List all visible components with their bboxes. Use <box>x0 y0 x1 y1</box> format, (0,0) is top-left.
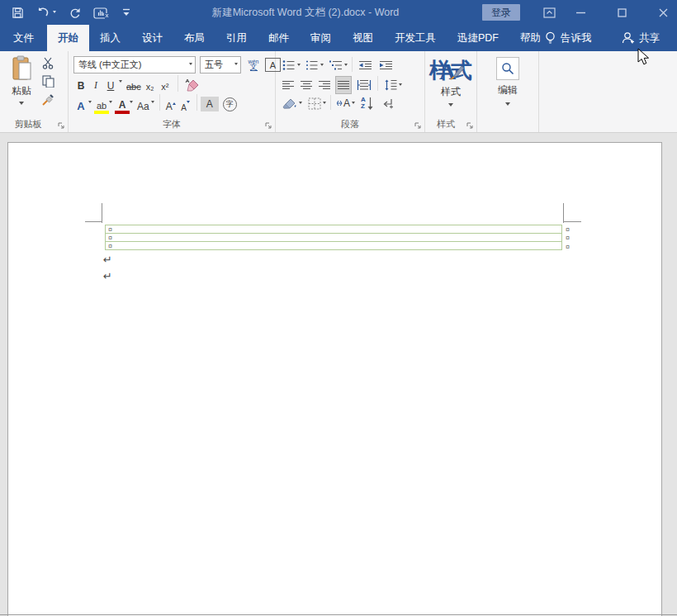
shading-button[interactable] <box>281 95 299 111</box>
font-name-dropdown-icon[interactable] <box>189 63 192 67</box>
tab-layout[interactable]: 布局 <box>173 25 215 51</box>
document-page[interactable] <box>7 142 662 616</box>
italic-button[interactable]: I <box>88 75 103 92</box>
table-row[interactable]: ¤ <box>106 234 561 242</box>
character-shading-button[interactable]: A <box>201 97 219 111</box>
styles-icon: A <box>437 58 465 84</box>
text-effects-dropdown-icon[interactable] <box>88 101 92 105</box>
tab-home[interactable]: 开始 <box>47 25 89 51</box>
share-person-icon <box>622 31 636 45</box>
underline-button[interactable]: U <box>103 75 118 92</box>
group-editing: 编辑 <box>477 51 539 132</box>
multilevel-dropdown-icon[interactable] <box>344 64 348 68</box>
phonetic-guide-button[interactable]: wén 文 <box>246 57 261 73</box>
group-font: 等线 (中文正文) 五号 wén 文 A B I U abc <box>69 51 276 132</box>
clear-formatting-button[interactable] <box>183 75 201 92</box>
tab-pdf[interactable]: 迅捷PDF <box>447 25 509 51</box>
tab-insert[interactable]: 插入 <box>89 25 131 51</box>
asian-layout-dropdown-icon[interactable] <box>352 102 355 106</box>
document-table[interactable]: ¤ ¤ ¤ <box>105 225 562 250</box>
tab-view[interactable]: 视图 <box>342 25 384 51</box>
shrink-font-button[interactable]: A <box>178 96 193 112</box>
sort-button[interactable]: A Z <box>359 95 375 111</box>
asian-layout-button[interactable]: A <box>335 95 352 111</box>
borders-dropdown-icon[interactable] <box>323 102 326 106</box>
end-of-row-marker: ¤ <box>566 235 570 242</box>
editing-dropdown-icon[interactable] <box>505 102 510 108</box>
align-left-button[interactable] <box>281 77 296 93</box>
tab-file[interactable]: 文件 <box>0 25 47 51</box>
align-center-button[interactable] <box>299 77 314 93</box>
align-right-button[interactable] <box>317 77 332 93</box>
table-row[interactable]: ¤ <box>106 225 561 234</box>
tab-developer[interactable]: 开发工具 <box>384 25 447 51</box>
paste-label: 粘贴 <box>12 84 31 98</box>
crop-mark-right-horizontal <box>564 221 581 222</box>
save-icon[interactable] <box>12 3 24 21</box>
paragraph-dialog-launcher-icon[interactable] <box>413 121 422 130</box>
bullets-button[interactable] <box>281 57 297 73</box>
paste-dropdown-icon[interactable] <box>19 102 24 107</box>
underline-dropdown-icon[interactable] <box>119 80 122 84</box>
show-hide-marks-button[interactable] <box>381 95 395 111</box>
enclose-characters-button[interactable]: 字 <box>223 97 237 111</box>
increase-indent-button[interactable] <box>377 57 395 73</box>
tell-me-button[interactable]: 告诉我 <box>545 25 592 51</box>
line-spacing-dropdown-icon[interactable] <box>399 83 402 88</box>
font-dialog-launcher-icon[interactable] <box>263 121 272 130</box>
touch-mouse-mode-icon[interactable] <box>93 3 110 21</box>
close-button[interactable] <box>652 0 674 25</box>
format-painter-icon[interactable] <box>41 93 54 107</box>
borders-button[interactable] <box>306 95 323 111</box>
ribbon-display-options-icon[interactable] <box>538 0 560 25</box>
tab-mailings[interactable]: 邮件 <box>258 25 300 51</box>
signin-button[interactable]: 登录 <box>482 4 520 21</box>
undo-button[interactable] <box>36 3 56 21</box>
cut-icon[interactable] <box>41 57 54 69</box>
bold-button[interactable]: B <box>73 75 88 92</box>
crop-mark-left-horizontal <box>85 221 102 222</box>
text-effects-button[interactable]: A <box>73 96 88 112</box>
customize-qat-icon[interactable] <box>122 3 130 21</box>
copy-icon[interactable] <box>41 75 54 88</box>
minimize-button[interactable] <box>570 0 591 25</box>
shading-dropdown-icon[interactable] <box>299 102 302 106</box>
paste-button[interactable]: 粘贴 <box>4 55 39 126</box>
maximize-button[interactable] <box>611 0 632 25</box>
font-name-combo[interactable]: 等线 (中文正文) <box>73 56 196 73</box>
change-case-button[interactable]: Aa <box>135 96 151 112</box>
line-spacing-button[interactable] <box>382 77 399 93</box>
editing-button[interactable]: 编辑 <box>477 57 538 108</box>
tab-references[interactable]: 引用 <box>215 25 258 51</box>
change-case-dropdown-icon[interactable] <box>151 101 154 105</box>
table-row[interactable]: ¤ <box>106 242 561 250</box>
styles-dropdown-icon[interactable] <box>448 103 453 109</box>
superscript-button[interactable]: x² <box>158 75 173 92</box>
bullets-dropdown-icon[interactable] <box>297 64 301 68</box>
font-color-button[interactable]: A <box>115 94 130 114</box>
font-size-combo[interactable]: 五号 <box>200 56 241 73</box>
tab-review[interactable]: 审阅 <box>300 25 342 51</box>
numbering-dropdown-icon[interactable] <box>320 64 324 68</box>
font-color-dropdown-icon[interactable] <box>130 101 133 105</box>
highlight-button[interactable]: ab <box>94 94 109 114</box>
undo-dropdown-icon[interactable] <box>53 11 56 15</box>
font-size-dropdown-icon[interactable] <box>234 63 238 67</box>
grow-font-letter: A <box>166 101 173 112</box>
end-of-row-marker: ¤ <box>566 226 570 234</box>
highlight-dropdown-icon[interactable] <box>109 101 112 105</box>
distribute-button[interactable] <box>355 77 373 93</box>
subscript-button[interactable]: x₂ <box>143 75 158 92</box>
justify-button[interactable] <box>335 76 352 94</box>
tell-me-label: 告诉我 <box>561 31 592 45</box>
numbering-button[interactable] <box>304 57 320 73</box>
strikethrough-button[interactable]: abc <box>125 75 143 92</box>
tab-design[interactable]: 设计 <box>131 25 173 51</box>
multilevel-list-button[interactable] <box>327 57 344 73</box>
redo-icon[interactable] <box>69 3 81 21</box>
clipboard-dialog-launcher-icon[interactable] <box>56 121 65 130</box>
decrease-indent-button[interactable] <box>357 57 374 73</box>
styles-dialog-launcher-icon[interactable] <box>465 121 474 130</box>
grow-font-button[interactable]: A <box>163 96 178 112</box>
styles-button-face[interactable]: A 样式 <box>425 58 476 109</box>
